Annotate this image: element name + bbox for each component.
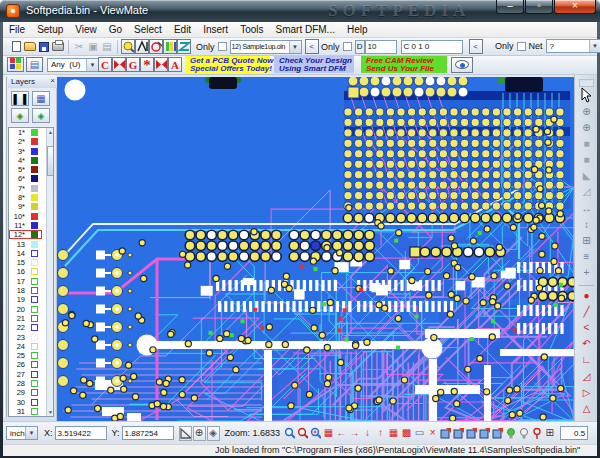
layer-color-swatch[interactable] bbox=[31, 399, 38, 406]
menu-item-go[interactable]: Go bbox=[103, 22, 128, 37]
frame-button[interactable]: ▭ bbox=[413, 426, 426, 441]
clear-button[interactable]: C bbox=[98, 57, 112, 72]
dcode-filter-combo[interactable]: Any (U)▼ bbox=[47, 58, 99, 72]
angle-measure-button[interactable] bbox=[179, 426, 192, 441]
menu-item-help[interactable]: Help bbox=[341, 22, 374, 37]
layer-color-swatch[interactable] bbox=[31, 268, 38, 275]
right-tool-14[interactable]: < bbox=[584, 321, 590, 337]
layer-color-swatch[interactable] bbox=[31, 194, 38, 201]
layers-scrollbar[interactable]: ▲ ▼ bbox=[46, 128, 53, 416]
right-tool-9[interactable]: ≡ bbox=[584, 250, 590, 266]
y-coordinate-field[interactable]: 1.887254 bbox=[122, 426, 174, 440]
chevron-down-icon[interactable]: ▼ bbox=[25, 427, 37, 439]
delete-button[interactable]: × bbox=[426, 426, 439, 441]
layer-op-3-button[interactable] bbox=[465, 426, 478, 441]
layer-color-swatch[interactable] bbox=[31, 148, 38, 155]
right-tool-3[interactable]: ■ bbox=[583, 153, 589, 169]
layer-color-swatch[interactable] bbox=[31, 287, 38, 294]
toolbar-handle[interactable] bbox=[579, 79, 594, 87]
menu-item-smartdfm[interactable]: Smart DFM... bbox=[270, 22, 341, 37]
right-tool-10[interactable]: + bbox=[584, 266, 590, 282]
layer-color-swatch[interactable] bbox=[31, 222, 38, 229]
menu-item-view[interactable]: View bbox=[69, 22, 103, 37]
menu-item-tools[interactable]: Tools bbox=[234, 22, 269, 37]
maximize-button[interactable]: ▫ bbox=[525, 0, 553, 14]
pan-left-button[interactable]: ← bbox=[335, 426, 348, 441]
right-tool-12[interactable]: ● bbox=[583, 289, 589, 305]
highlight-button[interactable] bbox=[121, 39, 135, 54]
scroll-down-icon[interactable]: ▼ bbox=[47, 408, 54, 416]
layer-color-swatch[interactable] bbox=[31, 361, 38, 368]
flash-button[interactable] bbox=[112, 57, 126, 72]
right-tool-18[interactable]: ▷ bbox=[583, 386, 591, 402]
aperture-button[interactable]: A bbox=[168, 57, 182, 72]
right-tool-7[interactable]: ↕ bbox=[584, 218, 589, 234]
grid-button[interactable]: ▦ bbox=[322, 426, 335, 441]
chevron-down-icon[interactable]: ▼ bbox=[86, 59, 98, 71]
layers-list[interactable]: 1*2*3*4*5*6*7*8*9*10*11*12*1314151617181… bbox=[8, 127, 54, 417]
layer-down-button[interactable]: ◈ bbox=[32, 108, 50, 123]
origin-button[interactable]: ⊕ bbox=[193, 426, 206, 441]
star-button[interactable]: * bbox=[140, 57, 154, 72]
right-tool-15[interactable]: ↶ bbox=[582, 337, 590, 353]
layer-color-swatch[interactable] bbox=[31, 334, 38, 341]
mirror-button[interactable] bbox=[154, 57, 168, 72]
zigzag-button[interactable] bbox=[177, 39, 191, 54]
pan-up-button[interactable]: ↑ bbox=[374, 426, 387, 441]
layer-op-4-button[interactable] bbox=[478, 426, 491, 441]
copy-button[interactable]: ▣ bbox=[86, 39, 100, 54]
zoom-in-button[interactable] bbox=[309, 426, 322, 441]
layer-color-swatch[interactable] bbox=[31, 306, 38, 313]
scroll-up-icon[interactable]: ▲ bbox=[47, 128, 54, 136]
pan-down-button[interactable]: ↓ bbox=[361, 426, 374, 441]
unit-combo[interactable]: inch▼ bbox=[6, 426, 38, 440]
right-tool-13[interactable]: ╱ bbox=[583, 305, 589, 321]
step-prev-button[interactable]: ▦ bbox=[387, 426, 400, 441]
menu-item-file[interactable]: File bbox=[3, 22, 31, 37]
layer-color-swatch[interactable] bbox=[31, 175, 38, 182]
blocks-combo[interactable]: 12) Sample1up.oln▼ bbox=[230, 40, 302, 54]
measure-button[interactable] bbox=[135, 39, 149, 54]
highlight-on-button[interactable] bbox=[504, 426, 517, 441]
zoom-window-button[interactable] bbox=[283, 426, 296, 441]
only-checkbox-2[interactable] bbox=[343, 42, 352, 51]
layer-op-2-button[interactable] bbox=[452, 426, 465, 441]
back-button-1[interactable]: < bbox=[305, 39, 319, 54]
layer-up-button[interactable]: ◈ bbox=[11, 108, 29, 123]
layer-color-swatch[interactable] bbox=[31, 203, 38, 210]
menu-item-select[interactable]: Select bbox=[128, 22, 168, 37]
layer-color-swatch[interactable] bbox=[31, 250, 38, 257]
select-circle-button[interactable] bbox=[149, 39, 163, 54]
only-checkbox-3[interactable] bbox=[517, 42, 526, 51]
pad-view-button[interactable] bbox=[7, 57, 24, 72]
menu-item-edit[interactable]: Edit bbox=[168, 22, 197, 37]
gerber-button[interactable]: G bbox=[126, 57, 140, 72]
scroll-thumb[interactable] bbox=[47, 146, 54, 176]
right-tool-17[interactable]: ◿ bbox=[583, 370, 591, 386]
title-bar[interactable]: Softpedia.bin - ViewMate SOFTPEDIA – ▫ × bbox=[0, 0, 600, 22]
layer-color-swatch[interactable] bbox=[31, 380, 38, 387]
chevron-down-icon[interactable]: ▼ bbox=[289, 41, 301, 53]
back-button-2[interactable]: < bbox=[469, 39, 483, 54]
layer-color-swatch[interactable] bbox=[31, 213, 38, 220]
save-button[interactable] bbox=[37, 39, 51, 54]
right-tool-0[interactable]: ⊕ bbox=[582, 105, 590, 121]
right-tool-19[interactable]: △ bbox=[583, 402, 591, 418]
menu-item-setup[interactable]: Setup bbox=[31, 22, 69, 37]
layer-color-swatch[interactable] bbox=[31, 324, 38, 331]
menu-item-insert[interactable]: Insert bbox=[197, 22, 234, 37]
layer-op-5-button[interactable] bbox=[491, 426, 504, 441]
view-eye-button[interactable] bbox=[451, 57, 473, 73]
pcb-canvas[interactable] bbox=[57, 77, 574, 421]
right-tool-1[interactable]: ⊕ bbox=[582, 121, 590, 137]
layer-color-swatch[interactable] bbox=[31, 278, 38, 285]
right-tool-5[interactable]: ◿ bbox=[583, 185, 591, 201]
right-tool-6[interactable]: ↔ bbox=[582, 202, 592, 218]
layer-color-swatch[interactable] bbox=[31, 259, 38, 266]
minimize-button[interactable]: – bbox=[496, 0, 524, 14]
probe-button[interactable] bbox=[530, 426, 543, 441]
ad-banner-quote[interactable]: Get a PCB Quote NowSpecial Offers Today! bbox=[185, 56, 270, 73]
ad-banner-cam[interactable]: Free CAM ReviewSend Us Your File bbox=[361, 56, 447, 73]
marker-button[interactable]: ◈ bbox=[207, 426, 220, 441]
layer-stack-button[interactable]: ▤ bbox=[26, 57, 43, 72]
